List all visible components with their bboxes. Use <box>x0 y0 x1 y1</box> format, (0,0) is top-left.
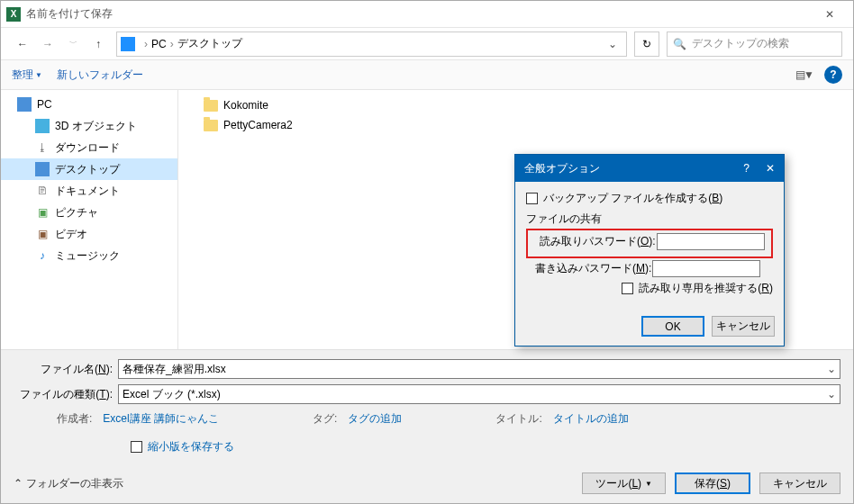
filename-input[interactable]: 各種保存_練習用.xlsx ⌄ <box>118 359 840 379</box>
chevron-right-icon: › <box>144 38 148 50</box>
search-icon: 🔍 <box>673 38 686 50</box>
dialog-title: 全般オプション <box>524 161 600 176</box>
chevron-down-icon: ▼ <box>645 480 652 488</box>
videos-icon: ▣ <box>35 227 50 241</box>
documents-icon: 🖹 <box>35 184 50 198</box>
read-password-input[interactable] <box>657 233 765 250</box>
tag-value[interactable]: タグの追加 <box>348 411 402 427</box>
navbar: ← → ﹀ ↑ › PC › デスクトップ ⌄ ↻ 🔍 デスクトップの検索 <box>1 28 853 59</box>
dialog-cancel-button[interactable]: キャンセル <box>712 316 775 337</box>
readonly-checkbox[interactable] <box>622 283 633 294</box>
bottom-bar: ⌃ フォルダーの非表示 ツール(L) ▼ 保存(S) キャンセル <box>1 464 853 503</box>
list-item[interactable]: PettyCamera2 <box>187 115 844 135</box>
author-value[interactable]: Excel講座 講師にゃんこ <box>103 411 219 427</box>
title-value[interactable]: タイトルの追加 <box>553 411 629 427</box>
pc-icon <box>121 37 135 51</box>
organize-button[interactable]: 整理▼ <box>12 68 42 83</box>
readonly-label: 読み取り専用を推奨する(R) <box>639 281 773 296</box>
tree-item-videos[interactable]: ▣ ビデオ <box>1 223 177 245</box>
cancel-button[interactable]: キャンセル <box>759 472 840 494</box>
save-button[interactable]: 保存(S) <box>675 472 750 494</box>
breadcrumb[interactable]: › PC › デスクトップ ⌄ <box>116 32 627 57</box>
dialog-help-button[interactable]: ? <box>743 162 750 175</box>
tree-item-music[interactable]: ♪ ミュージック <box>1 245 177 266</box>
backup-label: バックアップ ファイルを作成する(B) <box>543 191 722 206</box>
thumbnail-label: 縮小版を保存する <box>148 439 234 454</box>
filename-label: ファイル名(N): <box>14 362 113 377</box>
folder-icon <box>204 100 218 112</box>
filetype-select[interactable]: Excel ブック (*.xlsx) ⌄ <box>118 384 840 404</box>
backup-checkbox[interactable] <box>526 193 538 204</box>
read-password-label: 読み取りパスワード(O): <box>540 234 657 249</box>
view-icon: ▤▼ <box>795 68 813 81</box>
view-mode-button[interactable]: ▤▼ <box>791 66 817 84</box>
write-password-input[interactable] <box>652 260 760 277</box>
excel-icon: X <box>6 7 21 22</box>
author-label: 作成者: <box>57 411 92 427</box>
tag-label: タグ: <box>313 411 337 427</box>
nav-tree: PC 3D オブジェクト ⭳ ダウンロード デスクトップ 🖹 ドキュメント ▣ … <box>1 90 178 349</box>
new-folder-button[interactable]: 新しいフォルダー <box>57 68 143 83</box>
refresh-button[interactable]: ↻ <box>634 32 659 57</box>
chevron-up-icon: ⌃ <box>14 477 23 490</box>
nav-up-button[interactable]: ↑ <box>87 33 109 55</box>
titlebar: X 名前を付けて保存 ✕ <box>1 1 853 28</box>
hide-folders-button[interactable]: ⌃ フォルダーの非表示 <box>14 476 123 491</box>
tree-item-pc[interactable]: PC <box>1 94 177 115</box>
music-icon: ♪ <box>35 248 50 263</box>
write-password-label: 書き込みパスワード(M): <box>535 261 652 276</box>
search-input[interactable]: 🔍 デスクトップの検索 <box>667 32 842 57</box>
list-item[interactable]: Kokomite <box>187 95 844 115</box>
nav-forward-button[interactable]: → <box>37 33 59 55</box>
general-options-dialog: 全般オプション ? ✕ バックアップ ファイルを作成する(B) ファイルの共有 … <box>514 154 785 346</box>
tree-item-pictures[interactable]: ▣ ピクチャ <box>1 202 177 223</box>
toolbar: 整理▼ 新しいフォルダー ▤▼ ? <box>1 59 853 90</box>
thumbnail-checkbox[interactable] <box>131 441 142 453</box>
pictures-icon: ▣ <box>35 205 50 220</box>
chevron-right-icon: › <box>170 38 174 50</box>
search-placeholder: デスクトップの検索 <box>692 36 789 51</box>
tools-button[interactable]: ツール(L) ▼ <box>582 472 666 494</box>
breadcrumb-desktop[interactable]: デスクトップ <box>177 36 242 51</box>
folder-icon <box>204 120 218 131</box>
dialog-close-button[interactable]: ✕ <box>766 162 775 175</box>
title-label: タイトル: <box>495 411 541 427</box>
tree-item-downloads[interactable]: ⭳ ダウンロード <box>1 137 177 158</box>
filetype-label: ファイルの種類(T): <box>14 387 113 402</box>
breadcrumb-dropdown-icon[interactable]: ⌄ <box>603 38 622 50</box>
chevron-down-icon[interactable]: ⌄ <box>827 363 836 375</box>
nav-recent-dropdown[interactable]: ﹀ <box>62 33 84 55</box>
breadcrumb-pc[interactable]: PC <box>151 38 167 50</box>
nav-back-button[interactable]: ← <box>12 33 33 55</box>
pc-icon <box>17 97 32 112</box>
tree-item-desktop[interactable]: デスクトップ <box>1 158 177 180</box>
file-share-label: ファイルの共有 <box>526 212 773 227</box>
highlight-box: 読み取りパスワード(O): <box>526 229 773 258</box>
3d-objects-icon <box>35 119 50 133</box>
save-fields: ファイル名(N): 各種保存_練習用.xlsx ⌄ ファイルの種類(T): Ex… <box>1 349 853 464</box>
desktop-icon <box>35 162 50 176</box>
downloads-icon: ⭳ <box>35 140 50 155</box>
chevron-down-icon[interactable]: ⌄ <box>827 388 836 400</box>
help-button[interactable]: ? <box>824 66 842 84</box>
tree-item-documents[interactable]: 🖹 ドキュメント <box>1 180 177 202</box>
window-close-button[interactable]: ✕ <box>812 1 848 27</box>
tree-item-3d-objects[interactable]: 3D オブジェクト <box>1 115 177 137</box>
dialog-ok-button[interactable]: OK <box>641 316 704 337</box>
window-title: 名前を付けて保存 <box>26 6 812 22</box>
dialog-titlebar[interactable]: 全般オプション ? ✕ <box>515 155 784 182</box>
